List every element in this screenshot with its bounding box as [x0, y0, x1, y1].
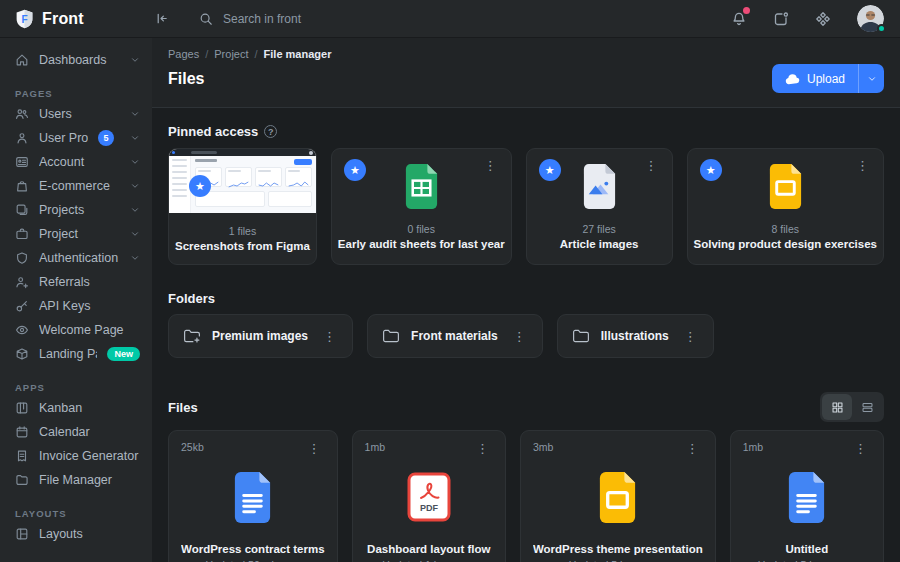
pinned-star-badge[interactable]: ★	[344, 159, 366, 181]
id-card-icon	[14, 155, 29, 169]
copy-icon	[14, 203, 29, 217]
google-slides-icon	[766, 162, 805, 211]
grid-view-button[interactable]	[822, 394, 852, 420]
folder-card-front-materials[interactable]: Front materials ⋮	[367, 314, 543, 358]
sidebar-section-apps: APPS	[0, 378, 152, 396]
folder-card-illustrations[interactable]: Illustrations ⋮	[557, 314, 714, 358]
sidebar-item-label: Landing Page	[39, 347, 97, 361]
upload-dropdown-toggle[interactable]	[858, 64, 884, 93]
pinned-star-badge[interactable]: ★	[700, 159, 722, 181]
kebab-menu-icon[interactable]: ⋮	[682, 441, 703, 456]
kebab-menu-icon[interactable]: ⋮	[304, 441, 325, 456]
eye-icon	[14, 323, 29, 337]
file-card-dashboard-layout-flow[interactable]: 1mb ⋮ PDF Dashboard layout flow Updated …	[352, 430, 506, 562]
sidebar-item-ecommerce[interactable]: E-commerce	[0, 174, 152, 198]
file-card-untitled[interactable]: 1mb ⋮ Untitled Updated 5 hours ago	[730, 430, 884, 562]
sidebar-item-calendar[interactable]: Calendar	[0, 420, 152, 444]
pinned-card-title: Article images	[527, 238, 672, 250]
file-size: 1mb	[365, 441, 385, 453]
notifications-bell-icon[interactable]	[731, 11, 747, 27]
pinned-card-solving-product-design[interactable]: ★ ⋮ 8 files Solving product design exerc…	[687, 148, 884, 265]
google-sheets-icon	[402, 162, 441, 211]
google-slides-icon	[595, 470, 640, 525]
online-status-dot	[877, 24, 886, 33]
sidebar-item-label: Projects	[39, 203, 120, 217]
sidebar-item-api-keys[interactable]: API Keys	[0, 294, 152, 318]
file-title: Untitled	[743, 543, 871, 555]
sidebar-item-account[interactable]: Account	[0, 150, 152, 174]
sidebar-collapse-icon[interactable]	[154, 11, 169, 26]
file-card-wordpress-contract-terms[interactable]: 25kb ⋮ WordPress contract terms Updated …	[168, 430, 338, 562]
pinned-star-badge[interactable]: ★	[189, 175, 211, 197]
sidebar-item-label: Layouts	[39, 527, 140, 541]
upload-button[interactable]: Upload	[772, 64, 884, 93]
sidebar: Dashboards PAGES Users User Profile 5 Ac…	[0, 38, 152, 562]
sidebar-section-layouts: LAYOUTS	[0, 504, 152, 522]
sidebar-section-pages: PAGES	[0, 84, 152, 102]
chevron-down-icon	[867, 74, 877, 84]
app-window: F Front	[0, 0, 900, 562]
search-input[interactable]	[223, 12, 443, 26]
sidebar-item-label: Referrals	[39, 275, 140, 289]
pinned-star-badge[interactable]: ★	[539, 159, 561, 181]
main-content: Pages / Project / File manager Files Upl…	[152, 38, 900, 562]
calendar-icon	[14, 425, 29, 439]
global-search[interactable]	[199, 12, 731, 26]
sidebar-item-authentication[interactable]: Authentication	[0, 246, 152, 270]
pinned-card-early-audit-sheets[interactable]: ★ ⋮ 0 files Early audit sheets for last …	[331, 148, 512, 265]
pinned-card-article-images[interactable]: ★ ⋮ 27 files Article images	[526, 148, 673, 265]
kebab-menu-icon[interactable]: ⋮	[850, 441, 871, 456]
kebab-menu-icon[interactable]: ⋮	[480, 157, 501, 174]
sidebar-item-file-manager[interactable]: File Manager	[0, 468, 152, 492]
layout-icon	[14, 527, 29, 541]
folders-heading: Folders	[168, 291, 215, 306]
kebab-menu-icon[interactable]: ⋮	[680, 327, 701, 346]
upload-button-label: Upload	[807, 72, 845, 86]
sidebar-item-invoice-generator[interactable]: Invoice Generator	[0, 444, 152, 468]
list-view-button[interactable]	[852, 394, 882, 420]
sidebar-item-projects[interactable]: Projects	[0, 198, 152, 222]
sidebar-item-landing-page[interactable]: Landing Page New	[0, 342, 152, 366]
kebab-menu-icon[interactable]: ⋮	[641, 157, 662, 174]
grid-view-icon	[831, 401, 844, 414]
files-count: 8 files	[688, 223, 883, 235]
shield-icon	[14, 251, 29, 265]
files-count: 1 files	[169, 225, 316, 237]
sidebar-item-label: E-commerce	[39, 179, 120, 193]
apps-launcher-icon[interactable]	[815, 11, 831, 27]
file-title: WordPress contract terms	[181, 543, 325, 555]
breadcrumb-pages[interactable]: Pages	[168, 48, 199, 60]
sidebar-item-label: Users	[39, 107, 120, 121]
kebab-menu-icon[interactable]: ⋮	[319, 327, 340, 346]
user-avatar[interactable]	[857, 5, 884, 32]
sidebar-item-project[interactable]: Project	[0, 222, 152, 246]
files-section: Files 25kb ⋮	[168, 392, 884, 562]
sidebar-item-kanban[interactable]: Kanban	[0, 396, 152, 420]
sidebar-item-referrals[interactable]: Referrals	[0, 270, 152, 294]
sidebar-item-welcome-page[interactable]: Welcome Page	[0, 318, 152, 342]
chevron-down-icon	[130, 133, 140, 143]
landing-page-new-badge: New	[107, 347, 140, 361]
user-profile-count-badge: 5	[98, 130, 114, 146]
file-card-wordpress-theme-presentation[interactable]: 3mb ⋮ WordPress theme presentation Updat…	[520, 430, 716, 562]
files-count: 27 files	[527, 223, 672, 235]
help-icon[interactable]: ?	[264, 125, 277, 138]
pinned-card-screenshots-from-figma[interactable]: ★ 1 files Screenshots from Figma	[168, 148, 317, 265]
kebab-menu-icon[interactable]: ⋮	[472, 441, 493, 456]
breadcrumb-separator: /	[205, 48, 208, 60]
breadcrumb-project[interactable]: Project	[214, 48, 248, 60]
chevron-down-icon	[130, 253, 140, 263]
sidebar-item-users[interactable]: Users	[0, 102, 152, 126]
package-icon	[14, 347, 29, 361]
kebab-menu-icon[interactable]: ⋮	[852, 157, 873, 174]
sidebar-item-layouts[interactable]: Layouts	[0, 522, 152, 546]
kebab-menu-icon[interactable]: ⋮	[509, 327, 530, 346]
sidebar-item-user-profile[interactable]: User Profile 5	[0, 126, 152, 150]
folder-card-premium-images[interactable]: Premium images ⋮	[168, 314, 353, 358]
brand-logo[interactable]: F Front	[0, 8, 152, 30]
browse-apps-icon[interactable]	[773, 11, 789, 27]
sidebar-item-dashboards[interactable]: Dashboards	[0, 48, 152, 72]
sidebar-item-label: Project	[39, 227, 120, 241]
chevron-down-icon	[130, 157, 140, 167]
folder-name: Illustrations	[601, 329, 669, 343]
